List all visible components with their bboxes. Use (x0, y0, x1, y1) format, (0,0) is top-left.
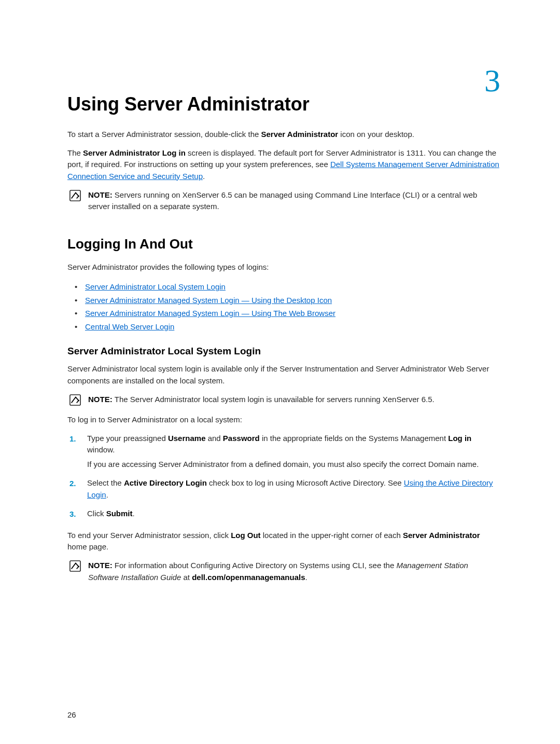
subsection-heading-local-login: Server Administrator Local System Login (67, 346, 500, 357)
note-block: NOTE: The Server Administrator local sys… (67, 394, 500, 406)
url-label: dell.com/openmanagemanuals (192, 573, 305, 582)
text: window. (87, 445, 115, 454)
note-icon (69, 190, 81, 201)
text: . (203, 172, 205, 181)
text: icon on your desktop. (338, 130, 414, 139)
login-steps: 1. Type your preassigned Username and Pa… (67, 433, 500, 522)
text: The (67, 148, 83, 157)
login-screen-label: Server Administrator Log in (83, 148, 186, 157)
text: Type your preassigned (87, 434, 168, 443)
list-item: Server Administrator Managed System Logi… (78, 294, 500, 307)
username-label: Username (168, 434, 206, 443)
password-label: Password (223, 434, 260, 443)
note-label: NOTE: (88, 190, 115, 199)
login-label: Log in (448, 434, 471, 443)
server-admin-label: Server Administrator (261, 130, 339, 139)
text: The Server Administrator local system lo… (115, 395, 435, 404)
local-login-intro: Server Administrator local system login … (67, 363, 500, 386)
text: To end your Server Administrator session… (67, 531, 231, 540)
text: check box to log in using Microsoft Acti… (207, 478, 404, 487)
text: at (181, 573, 192, 582)
page-number: 26 (67, 710, 76, 719)
step-body: Type your preassigned Username and Passw… (87, 433, 500, 474)
login-types-list: Server Administrator Local System Login … (67, 280, 500, 333)
text: . (305, 573, 307, 582)
note-label: NOTE: (88, 395, 115, 404)
ad-login-label: Active Directory Login (124, 478, 207, 487)
logout-label: Log Out (231, 531, 260, 540)
note-text: NOTE: Servers running on XenServer 6.5 c… (88, 189, 500, 212)
text: and (205, 434, 222, 443)
text: Select the (87, 478, 124, 487)
text: located in the upper-right corner of eac… (261, 531, 403, 540)
note-block: NOTE: For information about Configuring … (67, 560, 500, 583)
chapter-number: 3 (484, 62, 500, 99)
step-item: 1. Type your preassigned Username and Pa… (69, 433, 500, 474)
submit-label: Submit (106, 509, 133, 518)
step-number: 1. (69, 433, 78, 474)
step-text: Select the Active Directory Login check … (87, 477, 500, 500)
note-label: NOTE: (88, 561, 115, 570)
note-block: NOTE: Servers running on XenServer 6.5 c… (67, 189, 500, 212)
text: . (133, 509, 135, 518)
note-icon (69, 394, 81, 406)
step-body: Select the Active Directory Login check … (87, 477, 500, 503)
step-text: If you are accessing Server Administrato… (87, 459, 500, 470)
text: Click (87, 509, 106, 518)
text: home page. (67, 542, 108, 551)
section-heading-logging: Logging In And Out (67, 236, 500, 252)
intro-paragraph-2: The Server Administrator Log in screen i… (67, 147, 500, 182)
note-text: NOTE: For information about Configuring … (88, 560, 500, 583)
text: . (106, 490, 108, 499)
text: Servers running on XenServer 6.5 can be … (88, 190, 477, 211)
step-text: Type your preassigned Username and Passw… (87, 433, 500, 456)
step-body: Click Submit. (87, 508, 135, 522)
list-item: Server Administrator Managed System Logi… (78, 307, 500, 320)
text: To start a Server Administrator session,… (67, 130, 261, 139)
login-steps-intro: To log in to Server Administrator on a l… (67, 414, 500, 425)
login-types-intro: Server Administrator provides the follow… (67, 261, 500, 273)
text: For information about Configuring Active… (115, 561, 397, 570)
step-item: 2. Select the Active Directory Login che… (69, 477, 500, 503)
text: in the appropriate fields on the Systems… (260, 434, 449, 443)
step-text: Click Submit. (87, 508, 135, 519)
login-type-link[interactable]: Server Administrator Local System Login (85, 282, 226, 291)
note-text: NOTE: The Server Administrator local sys… (88, 394, 435, 405)
list-item: Central Web Server Login (78, 320, 500, 334)
intro-paragraph-1: To start a Server Administrator session,… (67, 129, 500, 140)
step-number: 3. (69, 508, 78, 522)
server-admin-label: Server Administrator (403, 531, 480, 540)
login-type-link[interactable]: Server Administrator Managed System Logi… (85, 309, 335, 318)
end-session-paragraph: To end your Server Administrator session… (67, 530, 500, 553)
step-number: 2. (69, 477, 78, 503)
login-type-link[interactable]: Central Web Server Login (85, 322, 174, 331)
note-icon (69, 560, 81, 572)
page-title: Using Server Administrator (67, 93, 500, 115)
step-item: 3. Click Submit. (69, 508, 500, 522)
list-item: Server Administrator Local System Login (78, 280, 500, 294)
login-type-link[interactable]: Server Administrator Managed System Logi… (85, 296, 332, 305)
